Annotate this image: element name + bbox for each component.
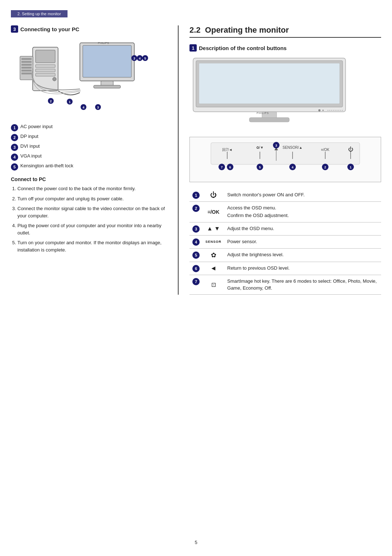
svg-text:1: 1 (69, 100, 70, 104)
section22-title: 2.2 Operating the monitor (189, 25, 381, 38)
subsection1-header: 1 Description of the control buttons (189, 44, 381, 52)
svg-rect-3 (36, 69, 55, 72)
ctrl-icon-4: SENSOR (203, 235, 224, 248)
svg-point-5 (53, 77, 56, 81)
svg-text:5: 5 (144, 57, 146, 60)
ctrl-num-5: 5 (189, 248, 203, 262)
svg-rect-7 (21, 58, 32, 60)
control-row-4: 4 SENSOR Power sensor. (189, 235, 381, 248)
step-2: Turn off your computer and unplug its po… (17, 195, 167, 203)
steps-list: Connect the power cord to the back of th… (11, 185, 167, 253)
step-4: Plug the power cord of your computer and… (17, 222, 167, 236)
svg-text:⏻: ⏻ (348, 146, 353, 152)
ctrl-desc-5: Adjust the brightness level. (224, 248, 381, 262)
conn-badge-3: 3 (11, 144, 18, 151)
svg-text:4: 4 (139, 57, 140, 60)
conn-label-3: DVI input (20, 143, 40, 149)
svg-rect-9 (21, 64, 32, 66)
ctrl-num-4: 4 (189, 235, 203, 248)
section3-header: 3 Connecting to your PC (11, 25, 167, 33)
connection-item-5: 5 Kensington anti-theft lock (11, 163, 167, 171)
svg-text:3: 3 (275, 144, 277, 147)
svg-rect-4 (36, 73, 55, 76)
connections-list: 1 AC power input 2 DP input 3 DVI input … (11, 124, 167, 171)
svg-text:SENSOR/▲: SENSOR/▲ (283, 146, 303, 150)
ctrl-desc-3: Adjust the OSD menu. (224, 222, 381, 235)
connection-item-4: 4 VGA input (11, 153, 167, 161)
breadcrumb: 2. Setting up the monitor (11, 10, 68, 17)
subsection1-badge: 1 (189, 44, 197, 52)
step-5: Turn on your computer and monitor. If th… (17, 239, 167, 253)
ctrl-num-6: 6 (189, 262, 203, 275)
step-1: Connect the power cord to the back of th… (17, 185, 167, 192)
ctrl-desc-2: Access the OSD menu.Confirm the OSD adju… (224, 202, 381, 222)
ctrl-icon-7: ⊡ (203, 275, 224, 294)
ctrl-icon-3: ▲ ▼ (203, 222, 224, 235)
control-table: 1 ⏻ Switch monitor's power ON and OFF. 2… (189, 189, 381, 295)
conn-label-4: VGA input (20, 153, 42, 159)
control-row-3: 3 ▲ ▼ Adjust the OSD menu. (189, 222, 381, 235)
svg-text:6: 6 (229, 165, 231, 169)
ctrl-icon-1: ⏻ (203, 189, 224, 202)
ctrl-icon-6: ◄ (203, 262, 224, 275)
svg-rect-11 (21, 70, 32, 71)
ctrl-desc-7: SmartImage hot key. There are 6 modes to… (224, 275, 381, 294)
svg-rect-17 (94, 85, 121, 88)
svg-point-39 (322, 110, 324, 111)
ctrl-desc-1: Switch monitor's power ON and OFF. (224, 189, 381, 202)
conn-badge-4: 4 (11, 154, 18, 161)
svg-text:3: 3 (133, 57, 135, 60)
conn-label-1: AC power input (20, 124, 53, 129)
svg-text:PHILIPS: PHILIPS (98, 41, 109, 45)
ctrl-icon-2: ≡/OK (203, 202, 224, 222)
svg-rect-14 (83, 45, 131, 77)
control-row-1: 1 ⏻ Switch monitor's power ON and OFF. (189, 189, 381, 202)
svg-rect-12 (21, 73, 32, 74)
svg-text:✿/▼: ✿/▼ (256, 146, 264, 150)
ctrl-desc-6: Return to previous OSD level. (224, 262, 381, 275)
ctrl-num-7: 7 (189, 275, 203, 294)
monitor-front-diagram: PHILIPS (189, 55, 381, 129)
ctrl-num-1: 1 (189, 189, 203, 202)
ctrl-num-3: 3 (189, 222, 203, 235)
svg-text:7: 7 (221, 165, 222, 169)
section22-label: Operating the monitor (205, 25, 289, 34)
svg-rect-1 (36, 50, 55, 63)
section3-title: Connecting to your PC (20, 26, 79, 32)
svg-text:5: 5 (259, 165, 261, 169)
svg-text:4: 4 (291, 165, 293, 169)
svg-text:1: 1 (350, 165, 351, 169)
connection-item-1: 1 AC power input (11, 124, 167, 131)
svg-text:≡/OK: ≡/OK (321, 148, 329, 152)
svg-rect-8 (21, 61, 32, 63)
conn-badge-5: 5 (11, 163, 18, 171)
svg-text:PHILIPS: PHILIPS (257, 112, 269, 114)
section3-badge: 3 (11, 25, 18, 33)
control-row-2: 2 ≡/OK Access the OSD menu.Confirm the O… (189, 202, 381, 222)
ctrl-num-2: 2 (189, 202, 203, 222)
ctrl-icon-5: ✿ (203, 248, 224, 262)
pc-connection-diagram: PHILIPS 1 (11, 36, 167, 117)
ctrl-desc-4: Power sensor. (224, 235, 381, 248)
page-container: 2. Setting up the monitor 3 Connecting t… (0, 0, 392, 556)
svg-text:2: 2 (50, 99, 52, 103)
conn-badge-2: 2 (11, 134, 18, 141)
connect-to-pc-header: Connect to PC (11, 176, 167, 182)
svg-text:4: 4 (82, 106, 84, 109)
conn-badge-1: 1 (11, 124, 18, 131)
svg-rect-34 (199, 63, 340, 104)
svg-rect-2 (36, 65, 55, 68)
control-row-7: 7 ⊡ SmartImage hot key. There are 6 mode… (189, 275, 381, 294)
step-3: Connect the monitor signal cable to the … (17, 205, 167, 219)
svg-rect-36 (249, 118, 289, 122)
svg-rect-10 (21, 67, 32, 69)
svg-text:2: 2 (324, 165, 326, 169)
connection-item-3: 3 DVI input (11, 143, 167, 151)
conn-label-2: DP input (20, 134, 38, 139)
conn-label-5: Kensington anti-theft lock (20, 163, 73, 168)
section22-number: 2.2 (189, 25, 201, 34)
subsection1-title: Description of the control buttons (199, 45, 287, 51)
right-column: 2.2 Operating the monitor 1 Description … (178, 25, 381, 295)
svg-text:3: 3 (97, 106, 99, 109)
svg-text:回7/◄: 回7/◄ (222, 148, 232, 152)
